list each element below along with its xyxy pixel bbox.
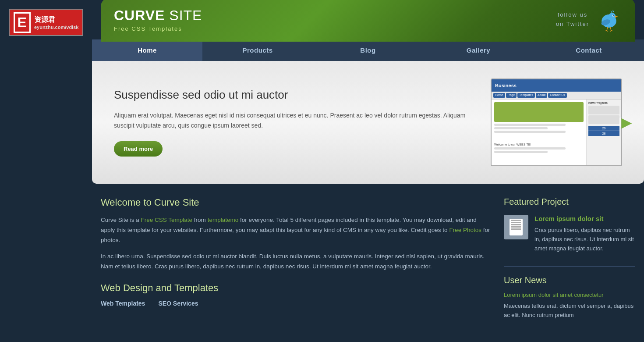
site-title-wrap: CURVE SITE Free CSS Templates xyxy=(114,7,202,32)
mock-date-2: 28 xyxy=(588,131,619,136)
hero-title: Suspendisse sed odio ut mi auctor xyxy=(114,88,473,102)
logo-url: eyunzhu.com/vdisk xyxy=(34,25,78,30)
welcome-title: Welcome to Curve Site xyxy=(101,197,491,208)
mock-nav-btn-4: About xyxy=(536,93,547,98)
mock-left-content: Welcome to our WEBSITE! xyxy=(492,100,586,165)
mock-text-4 xyxy=(494,147,566,150)
svg-point-1 xyxy=(609,13,616,20)
service-col1-title: Web Templates xyxy=(101,300,145,307)
twitter-text: follow us on Twitter xyxy=(556,11,589,29)
site-title: CURVE SITE xyxy=(114,7,202,24)
news-link[interactable]: Lorem ipsum dolor sit amet consectetur xyxy=(504,292,635,298)
mock-site-title: Business xyxy=(495,83,517,88)
mock-nav-bar: Home Page Templates About Contact Us xyxy=(492,92,621,100)
logo-letter: E xyxy=(14,12,31,33)
mock-img xyxy=(494,102,584,122)
watermark-logo: E 资源君 eyunzhu.com/vdisk xyxy=(9,9,83,36)
service-col-2: SEO Services xyxy=(158,300,198,307)
svg-point-4 xyxy=(613,15,614,16)
svg-marker-14 xyxy=(612,10,614,12)
svg-line-11 xyxy=(611,30,613,31)
hero-text: Suspendisse sed odio ut mi auctor Aliqua… xyxy=(114,88,473,157)
free-css-link[interactable]: Free CSS Template xyxy=(141,217,193,223)
document-icon xyxy=(510,219,523,235)
welcome-paragraph2: In ac libero urna. Suspendisse sed odio … xyxy=(101,252,491,272)
logo-brand: 资源君 xyxy=(34,15,78,25)
mock-date-1: 29 xyxy=(588,126,619,131)
featured-icon xyxy=(504,215,528,239)
follow-line2: on Twitter xyxy=(556,20,589,29)
news-text: Maecenas tellus erat, dictum vel semper … xyxy=(504,302,635,320)
mock-welcome: Welcome to our WEBSITE! xyxy=(494,143,584,146)
service-col-1: Web Templates xyxy=(101,300,145,307)
logo-text: 资源君 eyunzhu.com/vdisk xyxy=(34,15,78,30)
svg-line-10 xyxy=(607,30,607,32)
featured-project-title: Lorem ipsum dolor sit xyxy=(534,215,635,222)
mock-date-badges: 29 28 xyxy=(588,126,619,136)
mock-sidebar-item-2 xyxy=(588,115,619,124)
mock-sidebar-title: New Projects xyxy=(588,101,619,104)
mock-sidebar-item-1 xyxy=(588,106,619,114)
main-content: Welcome to Curve Site Curve Site is a Fr… xyxy=(0,184,644,337)
mock-nav-btn-2: Page xyxy=(506,93,517,98)
svg-marker-13 xyxy=(611,10,612,13)
free-photos-link[interactable]: Free Photos xyxy=(449,227,481,233)
p1-prefix: Curve Site is a xyxy=(101,217,141,223)
hero-section: Suspendisse sed odio ut mi auctor Aliqua… xyxy=(92,61,644,184)
header-main: CURVE SITE Free CSS Templates follow us … xyxy=(101,0,635,42)
site-subtitle: Free CSS Templates xyxy=(114,25,202,32)
nav-gallery[interactable]: Gallery xyxy=(423,39,534,61)
mock-text-2 xyxy=(494,127,548,129)
read-more-button[interactable]: Read more xyxy=(114,141,163,157)
templatemo-link[interactable]: templatemo xyxy=(208,217,239,223)
mock-nav-btn-5: Contact Us xyxy=(548,93,567,98)
mock-text-5 xyxy=(494,151,548,153)
mock-content-area: Welcome to our WEBSITE! New Projects 29 … xyxy=(492,100,621,165)
nav-products[interactable]: Products xyxy=(202,39,313,61)
top-bar: CURVE SITE Free CSS Templates follow us … xyxy=(0,0,644,39)
svg-line-9 xyxy=(605,30,607,31)
mock-website-bar: Business xyxy=(492,79,621,92)
site-title-bold: CURVE xyxy=(114,7,165,23)
nav-home[interactable]: Home xyxy=(92,39,202,61)
nav-blog[interactable]: Blog xyxy=(313,39,423,61)
featured-project-text: Cras purus libero, dapibus nec rutrum in… xyxy=(534,226,635,253)
mock-nav-btn-3: Templates xyxy=(517,93,535,98)
svg-marker-2 xyxy=(615,16,618,18)
mock-nav-btn-1: Home xyxy=(493,93,505,98)
content-right: Featured Project Lorem ipsum dolor sit C… xyxy=(504,197,635,324)
svg-line-7 xyxy=(607,27,608,30)
mock-text-3 xyxy=(494,131,566,133)
twitter-bird-icon xyxy=(596,7,622,33)
hero-image: Business Home Page Templates About Conta… xyxy=(491,78,622,166)
twitter-area: follow us on Twitter xyxy=(556,7,622,33)
welcome-paragraph1: Curve Site is a Free CSS Template from t… xyxy=(101,215,491,246)
featured-title: Featured Project xyxy=(504,197,635,207)
p1-middle: from xyxy=(192,217,208,223)
navbar: Home Products Blog Gallery Contact xyxy=(92,39,644,61)
logo-image: E 资源君 eyunzhu.com/vdisk xyxy=(9,9,83,36)
hero-description: Aliquam erat volutpat. Maecenas eget nis… xyxy=(114,110,473,130)
content-left: Welcome to Curve Site Curve Site is a Fr… xyxy=(101,197,504,324)
mock-sidebar: New Projects 29 28 xyxy=(586,100,621,165)
mock-dates: 29 28 xyxy=(588,126,619,136)
services-grid: Web Templates SEO Services xyxy=(101,300,491,307)
svg-line-12 xyxy=(611,30,611,32)
svg-line-8 xyxy=(610,27,611,30)
nav-contact[interactable]: Contact xyxy=(534,39,644,61)
featured-text: Lorem ipsum dolor sit Cras purus libero,… xyxy=(534,215,635,253)
site-title-rest: SITE xyxy=(165,7,202,23)
web-design-title: Web Design and Templates xyxy=(101,282,491,294)
user-news-title: User News xyxy=(504,266,635,285)
mock-text-1 xyxy=(494,124,566,126)
follow-line1: follow us xyxy=(556,11,589,20)
hero-image-inner: Business Home Page Templates About Conta… xyxy=(492,79,621,165)
service-col2-title: SEO Services xyxy=(158,300,198,307)
featured-project: Lorem ipsum dolor sit Cras purus libero,… xyxy=(504,215,635,253)
